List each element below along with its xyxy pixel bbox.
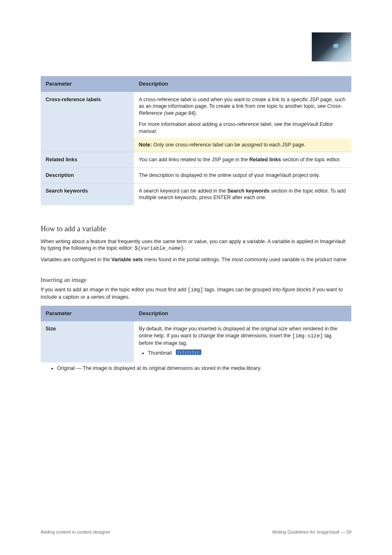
table1-header-desc: Description: [134, 76, 351, 92]
table-row: Description The description is displayed…: [41, 167, 351, 183]
table-row: Size By default, the image you inserted …: [41, 321, 351, 363]
desc-cell: You can add links related to the JSP pag…: [134, 152, 351, 167]
param-cell: Search keywords: [41, 183, 134, 205]
table-row: Search keywords A search keyword can be …: [41, 183, 351, 205]
desc-cell: A cross-reference label is used when you…: [134, 92, 351, 152]
logo-image: [311, 32, 351, 62]
desc-cell: By default, the image you inserted is di…: [134, 321, 351, 363]
parameters-table-2: Parameter Description Size By default, t…: [41, 306, 351, 362]
table-row: Related links You can add links related …: [41, 152, 351, 167]
parameters-table-1: Parameter Description Cross-reference la…: [41, 76, 351, 205]
note-box: Note: Only one cross-reference label can…: [134, 138, 351, 152]
param-cell: Related links: [41, 152, 134, 167]
table-row: Cross-reference labels A cross-reference…: [41, 92, 351, 152]
list-item: Original — The image is displayed at its…: [57, 365, 351, 372]
continuation-list: Original — The image is displayed at its…: [41, 365, 351, 372]
paragraph: Variables are configured in the Variable…: [41, 256, 351, 263]
subsection-heading-image: Inserting an image: [41, 276, 351, 284]
footer-right: Writing Guidelines for ImageVault — 59: [272, 529, 351, 535]
param-cell: Cross-reference labels: [41, 92, 134, 152]
table2-header-desc: Description: [134, 306, 351, 321]
section-heading-variable: How to add a variable: [41, 224, 351, 234]
note-label: Note:: [139, 142, 152, 148]
page-footer: Adding content in content designer Writi…: [41, 529, 351, 535]
ruler-icon: [176, 349, 201, 358]
paragraph: If you want to add an image in the topic…: [41, 286, 351, 301]
table2-header-param: Parameter: [41, 306, 134, 321]
table1-header-param: Parameter: [41, 76, 134, 92]
svg-rect-0: [176, 350, 201, 355]
param-cell: Description: [41, 167, 134, 183]
desc-cell: A search keyword can be added in the Sea…: [134, 183, 351, 205]
footer-left: Adding content in content designer: [41, 529, 110, 535]
desc-cell: The description is displayed in the onli…: [134, 167, 351, 183]
paragraph: When writing about a feature that freque…: [41, 238, 351, 253]
param-cell: Size: [41, 321, 134, 363]
list-item: Thumbnail: [148, 349, 346, 358]
